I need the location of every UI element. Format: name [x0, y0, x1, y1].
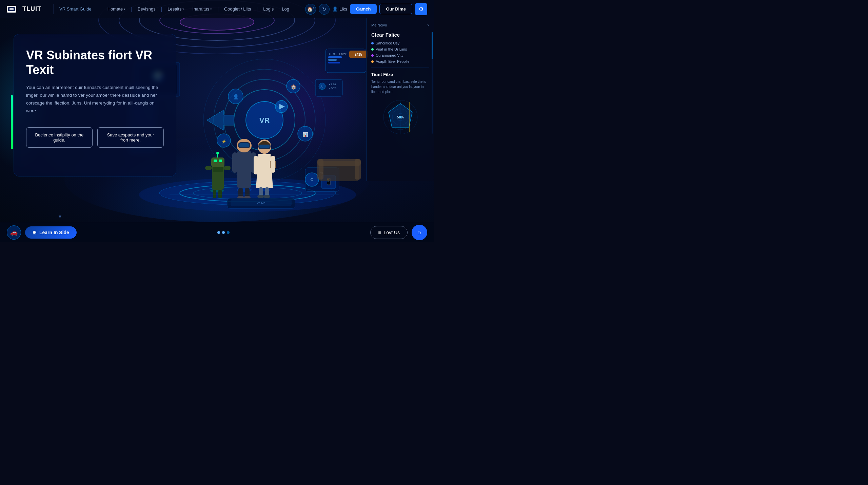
- svg-point-53: [216, 152, 219, 154]
- carousel-dot-2[interactable]: [222, 231, 225, 234]
- nav-item-homate[interactable]: Homate ▾: [104, 4, 129, 14]
- green-dot: [371, 48, 374, 51]
- panel-divider: [371, 68, 429, 68]
- hero-description: Your can an marrement duir furnast's cus…: [26, 84, 164, 115]
- logo-text: TLUIT: [22, 5, 41, 13]
- svg-rect-83: [317, 159, 323, 180]
- svg-rect-2: [9, 8, 14, 10]
- home-plus-icon: 🏠+: [307, 6, 314, 12]
- svg-rect-84: [355, 159, 361, 180]
- home-icon: ⌂: [418, 229, 421, 236]
- secondary-cta-button[interactable]: Save acspacts and your frort mere.: [97, 127, 164, 148]
- carousel-dot-3[interactable]: [227, 231, 230, 234]
- svg-text:📊: 📊: [302, 132, 309, 137]
- nav-actions: 🏠+ ↻ 👤 Liks Camch Our Dime ⚙: [305, 3, 427, 15]
- bottom-left: 🚗 ⊞ Learn In Side: [7, 225, 77, 240]
- svg-rect-57: [218, 190, 222, 198]
- panel-section2-desc: Tor jur our cand than Las, sele the is h…: [371, 79, 429, 94]
- bottom-bar: 🚗 ⊞ Learn In Side ≡ Lovt Us ⌂: [0, 222, 434, 242]
- svg-rect-60: [328, 56, 342, 58]
- liks-button[interactable]: 👤 Liks: [332, 6, 347, 12]
- logo-area: TLUIT: [7, 4, 41, 14]
- chevron-icon: ▾: [210, 7, 212, 11]
- panel-header: Me Noivo >: [371, 23, 429, 27]
- svg-point-44: [257, 195, 264, 198]
- svg-rect-55: [224, 166, 231, 170]
- add-home-button[interactable]: 🏠+: [305, 4, 316, 15]
- hero-title: VR Subinates fiort VR Texit: [26, 48, 164, 77]
- svg-rect-54: [205, 166, 212, 170]
- svg-rect-39: [259, 144, 270, 148]
- svg-text:⚡: ⚡: [221, 139, 226, 144]
- svg-point-45: [263, 195, 270, 198]
- content-card: VR Subinates fiort VR Texit Your can an …: [14, 34, 176, 176]
- svg-text:Ar: Ar: [321, 85, 324, 88]
- menu-icon: ≡: [378, 230, 381, 235]
- camch-button[interactable]: Camch: [350, 4, 377, 14]
- cta-buttons: Becience instiplity on the guide. Save a…: [26, 127, 164, 148]
- nav-item-lesaits[interactable]: Lesaits ▾: [164, 4, 188, 14]
- svg-text:Enter: Enter: [339, 52, 347, 56]
- svg-text:Vo Me: Vo Me: [257, 201, 265, 205]
- navbar: TLUIT VR Smart Guide Homate ▾ | Bevisngs…: [0, 0, 434, 18]
- svg-rect-51: [219, 160, 222, 162]
- nav-sep-2: |: [161, 6, 162, 12]
- carousel-dots: [217, 231, 230, 234]
- nav-sep-1: |: [131, 6, 132, 12]
- svg-rect-62: [328, 62, 340, 63]
- svg-text:⊙: ⊙: [310, 177, 314, 182]
- grid-icon: ⊞: [33, 230, 37, 235]
- panel-chevron-icon[interactable]: >: [427, 23, 429, 27]
- svg-rect-50: [214, 160, 217, 162]
- primary-cta-button[interactable]: Becience instiplity on the guide.: [26, 127, 93, 148]
- panel-nav-label: Me Noivo: [371, 23, 387, 27]
- svg-text:LL 95: LL 95: [329, 52, 336, 56]
- nav-item-logis[interactable]: Logis: [260, 4, 277, 14]
- carousel-dot-1[interactable]: [217, 231, 220, 234]
- nav-sep-4: |: [257, 6, 258, 12]
- home-round-button[interactable]: ⌂: [412, 225, 427, 240]
- svg-rect-27: [239, 143, 249, 147]
- svg-rect-28: [232, 152, 237, 173]
- our-dime-button[interactable]: Our Dime: [379, 4, 412, 14]
- chevron-icon: ▾: [124, 7, 125, 11]
- purple-dot: [371, 54, 374, 57]
- nav-item-log[interactable]: Log: [278, 4, 293, 14]
- left-vertical-bar: [11, 95, 13, 149]
- svg-rect-41: [271, 156, 275, 173]
- right-panel: Me Noivo > Clear Falice Sahcrifice Usy V…: [366, 18, 434, 181]
- panel-list-item-2: Veat in the Ur Liins: [371, 47, 429, 51]
- orange-dot: [371, 60, 374, 63]
- learn-in-side-button[interactable]: ⊞ Learn In Side: [25, 226, 77, 239]
- svg-text:🏠: 🏠: [291, 84, 297, 90]
- panel-list-item-4: Acapth Ever Pepplie: [371, 59, 429, 63]
- nav-item-bevisngs[interactable]: Bevisngs: [134, 4, 159, 14]
- settings-button[interactable]: ⚙: [415, 3, 427, 15]
- refresh-icon: ↻: [322, 6, 326, 12]
- nav-sep-3: |: [217, 6, 219, 12]
- svg-rect-56: [213, 190, 216, 198]
- svg-rect-40: [254, 156, 258, 174]
- scroll-indicator: ▼: [58, 214, 62, 219]
- nav-divider: [54, 4, 54, 14]
- radar-chart: 50%: [382, 98, 419, 136]
- car-icon-button[interactable]: 🚗: [7, 225, 21, 240]
- nav-item-inaraitus[interactable]: Inaraitus ▾: [189, 4, 215, 14]
- car-icon: 🚗: [10, 229, 18, 236]
- chevron-icon: ▾: [182, 7, 184, 11]
- panel-scrollbar[interactable]: [432, 32, 433, 134]
- brand-tagline: VR Smart Guide: [59, 6, 92, 12]
- nav-item-googlet[interactable]: Googlet / Lilts: [221, 4, 255, 14]
- panel-section2-title: Tiunt Filze: [371, 72, 429, 77]
- panel-scrollbar-thumb: [432, 32, 433, 59]
- lovt-us-button[interactable]: ≡ Lovt Us: [370, 226, 408, 239]
- svg-text:• GRS: • GRS: [329, 87, 336, 90]
- svg-rect-61: [328, 59, 337, 61]
- refresh-button[interactable]: ↻: [319, 4, 330, 15]
- panel-section1-title: Clear Falice: [371, 32, 429, 38]
- person-icon: 👤: [332, 6, 338, 12]
- logo-icon: [7, 4, 19, 14]
- panel-list-item-1: Sahcrifice Usy: [371, 41, 429, 45]
- svg-text:• 7 Bit: • 7 Bit: [329, 83, 336, 86]
- svg-rect-49: [211, 157, 224, 167]
